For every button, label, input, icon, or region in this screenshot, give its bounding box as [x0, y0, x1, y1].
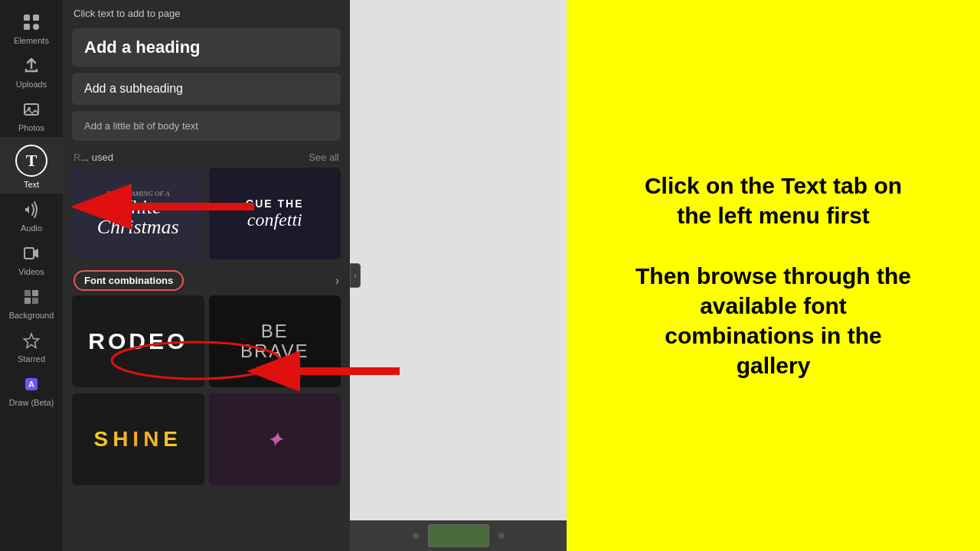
instruction-text-1: Click on the Text tab on the left menu f…	[645, 171, 902, 230]
draw-icon: A	[23, 376, 40, 395]
sidebar-item-background[interactable]: Background	[0, 281, 63, 324]
sidebar-item-text[interactable]: T Text	[0, 137, 63, 194]
videos-icon	[23, 245, 40, 264]
svg-rect-2	[24, 24, 30, 30]
svg-rect-3	[33, 24, 39, 30]
svg-rect-1	[33, 15, 39, 21]
font-grid-2: RODEO BEBRAVE	[63, 295, 350, 393]
sidebar-item-elements[interactable]: Elements	[0, 6, 63, 50]
right-instruction-panel: Click on the Text tab on the left menu f…	[567, 0, 980, 551]
canvas-slide[interactable]	[350, 0, 567, 520]
sidebar-item-photos-label: Photos	[18, 123, 44, 132]
sidebar-item-audio[interactable]: Audio	[0, 194, 63, 237]
panel-instruction: Click text to add to page	[63, 0, 350, 25]
recently-used-section: R... used See all	[63, 144, 350, 168]
uploads-icon	[23, 57, 40, 77]
sidebar-item-elements-label: Elements	[14, 36, 49, 45]
sidebar-item-background-label: Background	[9, 311, 54, 320]
instruction-text-2: Then browse through the available font c…	[635, 261, 911, 380]
font-card-rodeo[interactable]: RODEO	[72, 295, 204, 387]
font-card-confetti[interactable]: CUE THE confetti	[209, 168, 341, 259]
font-grid-3: SHINE ✦	[63, 393, 350, 491]
svg-rect-6	[24, 248, 34, 259]
font-card-shine[interactable]: SHINE	[72, 393, 204, 485]
add-subheading-button[interactable]: Add a subheading	[72, 73, 341, 105]
add-body-button[interactable]: Add a little bit of body text	[72, 111, 341, 141]
sidebar-item-draw-label: Draw (Beta)	[9, 398, 54, 407]
page-dot-1[interactable]	[413, 533, 419, 539]
sidebar-item-text-label: Text	[24, 180, 39, 189]
background-icon	[23, 289, 40, 308]
recently-used-label: R... used	[74, 152, 113, 163]
chevron-right-icon: ›	[335, 274, 339, 288]
text-icon-circle: T	[15, 145, 47, 177]
font-card-white-christmas[interactable]: I'M DREAMING OF A White Christmas	[72, 168, 204, 259]
svg-text:A: A	[28, 380, 34, 389]
starred-icon	[23, 332, 40, 351]
canvas-bottom-strip	[350, 520, 567, 551]
text-panel: Click text to add to page Add a heading …	[63, 0, 350, 491]
font-combinations-label[interactable]: Font combinations	[74, 270, 184, 291]
add-heading-button[interactable]: Add a heading	[72, 28, 341, 67]
sidebar-item-starred[interactable]: Starred	[0, 324, 63, 368]
photos-icon	[23, 101, 40, 120]
font-combinations-section: Font combinations ›	[63, 266, 350, 295]
svg-rect-8	[32, 290, 38, 296]
canvas-area: ‹	[350, 0, 567, 551]
sidebar-item-photos[interactable]: Photos	[0, 93, 63, 137]
audio-icon	[23, 201, 40, 220]
font-card-partial[interactable]: ✦	[209, 393, 341, 485]
collapse-panel-button[interactable]: ‹	[350, 263, 361, 288]
svg-rect-0	[24, 15, 30, 21]
page-dot-2	[498, 533, 505, 539]
font-grid: I'M DREAMING OF A White Christmas CUE TH…	[63, 168, 350, 266]
sidebar-item-uploads-label: Uploads	[16, 80, 47, 89]
sidebar-item-starred-label: Starred	[18, 354, 45, 364]
page-thumbnail-1[interactable]	[428, 524, 489, 547]
svg-rect-10	[32, 298, 38, 304]
sidebar-item-uploads[interactable]: Uploads	[0, 50, 63, 93]
text-icon: T	[26, 151, 38, 171]
sidebar-item-videos[interactable]: Videos	[0, 237, 63, 281]
sidebar-item-draw[interactable]: A Draw (Beta)	[0, 368, 63, 412]
sidebar-item-audio-label: Audio	[21, 223, 42, 233]
svg-rect-7	[24, 290, 31, 296]
sidebar: Elements Uploads Photos T Text	[0, 0, 63, 551]
elements-icon	[23, 14, 40, 33]
font-card-bebrave[interactable]: BEBRAVE	[209, 295, 341, 387]
see-all-link[interactable]: See all	[309, 152, 339, 163]
svg-rect-9	[24, 298, 31, 304]
collapse-icon: ‹	[354, 272, 356, 280]
sidebar-item-videos-label: Videos	[18, 267, 44, 276]
